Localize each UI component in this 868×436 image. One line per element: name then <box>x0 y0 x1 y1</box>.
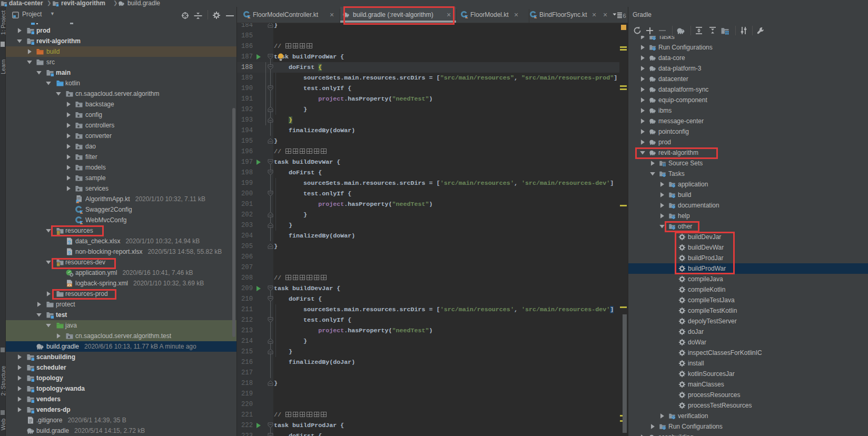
svg-text:6: 6 <box>623 13 626 19</box>
